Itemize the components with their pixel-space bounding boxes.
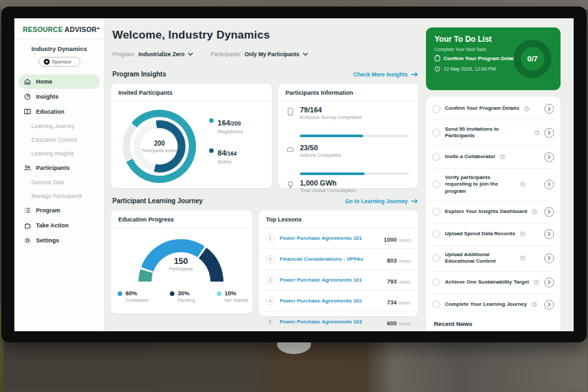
sponsor-badge: Sponsor	[39, 57, 80, 67]
chevron-right-icon	[547, 255, 551, 261]
legend-value: 10%	[225, 290, 248, 297]
task-open-button[interactable]	[544, 180, 554, 189]
sidebar-item-settings[interactable]: Settings	[18, 233, 100, 248]
sidebar-item-learning-journey[interactable]: Learning Journey	[18, 120, 100, 133]
task-open-button[interactable]	[544, 229, 554, 239]
task-row[interactable]: Verify participants requesting to join t…	[433, 169, 554, 201]
gauge-legend: 60% Completed 30% Pending 10% Not Star	[118, 290, 248, 303]
sidebar-item-participants[interactable]: Participants	[18, 161, 100, 175]
sidebar-item-program[interactable]: Program	[18, 203, 100, 218]
chevron-right-icon	[547, 130, 551, 135]
sidebar-item-education[interactable]: Education	[18, 105, 100, 119]
lesson-link[interactable]: Power Purchase Agreements 101	[280, 277, 382, 283]
legend-denominator: /200	[230, 120, 241, 127]
task-open-button[interactable]	[544, 152, 554, 162]
lesson-link[interactable]: Power Purchase Agreements 101	[280, 235, 378, 241]
clock-icon	[532, 302, 537, 307]
task-open-button[interactable]	[544, 104, 554, 114]
monitor-bezel: RESOURCE ADVISOR+ Industry Dynamics Spon…	[1, 7, 587, 342]
task-open-button[interactable]	[544, 300, 554, 310]
todo-subtitle: Complete Your Next Task:	[434, 47, 487, 52]
task-open-button[interactable]	[544, 128, 554, 138]
clock-icon	[520, 182, 525, 187]
donut-center: 200 Participants Invited	[141, 128, 178, 165]
task-open-button[interactable]	[544, 253, 554, 263]
participants-select-label: Participants:	[210, 51, 241, 57]
check-more-insights-link[interactable]: Check More Insights	[353, 71, 418, 78]
sidebar-item-learning-insights[interactable]: Learning Insights	[18, 147, 100, 160]
donut-center-label: Participants Invited	[142, 148, 176, 154]
rank-badge: 3	[266, 276, 274, 284]
page-title: Welcome, Industry Dynamics	[112, 29, 270, 42]
sidebar-item-take-action[interactable]: Take Action	[18, 218, 100, 233]
task-open-button[interactable]	[544, 278, 554, 287]
learning-journey-title: Participant Learning Journey	[112, 197, 203, 204]
views-unit: views	[399, 258, 411, 264]
sidebar-item-education-content[interactable]: Education Content	[18, 133, 100, 146]
program-select[interactable]: Program: Industrialize Zero	[112, 51, 193, 57]
sidebar-item-insights[interactable]: Insights	[18, 90, 100, 104]
nav-label: Home	[36, 78, 52, 85]
task-checkbox[interactable]	[433, 254, 440, 262]
go-to-learning-journey-link[interactable]: Go to Learning Journey	[345, 198, 418, 204]
views-count: 1000	[384, 237, 397, 243]
arrow-right-icon	[411, 199, 418, 204]
task-checkbox[interactable]	[433, 230, 440, 238]
lesson-row: 4 Power Purchase Agreements 102 734views	[259, 291, 418, 312]
gauge-center-label: Participants	[139, 267, 223, 271]
task-checkbox[interactable]	[433, 208, 440, 216]
legend-label: Pending	[178, 297, 195, 303]
chevron-right-icon	[547, 280, 551, 285]
dashboard-screen: RESOURCE ADVISOR+ Industry Dynamics Spon…	[14, 18, 574, 331]
lesson-link[interactable]: Power Purchase Agreements 103	[280, 319, 382, 325]
legend-value: 164	[218, 119, 230, 127]
todo-due-label: 12 May 2025, 12:00 PM	[444, 66, 496, 72]
program-select-label: Program:	[112, 51, 135, 57]
task-checkbox[interactable]	[433, 105, 440, 113]
task-row[interactable]: Explore Your Insights Dashboard	[433, 201, 554, 223]
stat-actions: 23/50 Actions Completed	[286, 144, 409, 158]
nav-label: Participants	[36, 165, 70, 171]
task-row[interactable]: Invite a Collaborator	[433, 146, 554, 169]
participants-select[interactable]: Participants: Only My Participants	[210, 51, 308, 57]
task-checkbox[interactable]	[433, 153, 440, 161]
legend-label: Completed	[125, 297, 148, 303]
task-row[interactable]: Complete Your Learning Journey	[433, 294, 554, 316]
lesson-link[interactable]: Power Purchase Agreements 102	[280, 298, 382, 304]
task-row[interactable]: Achieve One Sustainability Target	[433, 272, 554, 294]
top-lessons-card: Top Lessons 1 Power Purchase Agreements …	[259, 210, 418, 316]
insights-icon	[24, 93, 31, 101]
task-label: Confirm Your Program Details	[445, 105, 519, 112]
sponsor-icon	[44, 59, 50, 65]
sidebar-item-manage-participants[interactable]: Manage Participants	[18, 189, 100, 203]
todo-progress-ring: 0/7	[514, 40, 551, 78]
legend-label: Not Started	[225, 297, 248, 303]
task-row[interactable]: Upload Additional Educational Content	[433, 246, 554, 272]
link-label: Go to Learning Journey	[345, 198, 408, 204]
sidebar-item-home[interactable]: Home	[18, 74, 100, 89]
actions-progress-bar	[300, 172, 409, 175]
task-checkbox[interactable]	[433, 129, 440, 137]
stat-label: Emission Survey Completed	[300, 114, 361, 120]
task-row[interactable]: Confirm Your Program Details	[433, 98, 554, 120]
stat-value: 23/50	[300, 144, 341, 152]
task-open-button[interactable]	[544, 207, 554, 217]
task-checkbox[interactable]	[433, 278, 440, 286]
legend-value: 30%	[178, 290, 195, 297]
lesson-row: 3 Power Purchase Agreements 101 793views	[259, 270, 418, 291]
todo-summary-card: Your To Do List Complete Your Next Task:…	[426, 27, 561, 90]
recent-news-card: Recent News	[426, 314, 561, 331]
arrow-right-icon	[411, 72, 418, 77]
sidebar-item-general-data[interactable]: General Data	[18, 176, 100, 189]
lesson-link[interactable]: Financial Considerations - VPPAs	[280, 256, 382, 262]
task-label: Upload Spend Data Records	[445, 231, 515, 237]
program-insights-title: Program Insights	[112, 71, 166, 78]
survey-icon	[286, 107, 295, 116]
task-checkbox[interactable]	[433, 180, 440, 188]
puzzle-icon	[24, 221, 31, 229]
task-checkbox[interactable]	[433, 301, 440, 308]
task-row[interactable]: Send 50 Invitations to Participants	[433, 120, 554, 146]
lightbulb-icon	[286, 180, 295, 189]
task-row[interactable]: Upload Spend Data Records	[433, 223, 554, 246]
todo-task-list: Confirm Your Program Details Send 50 Inv…	[426, 97, 561, 331]
